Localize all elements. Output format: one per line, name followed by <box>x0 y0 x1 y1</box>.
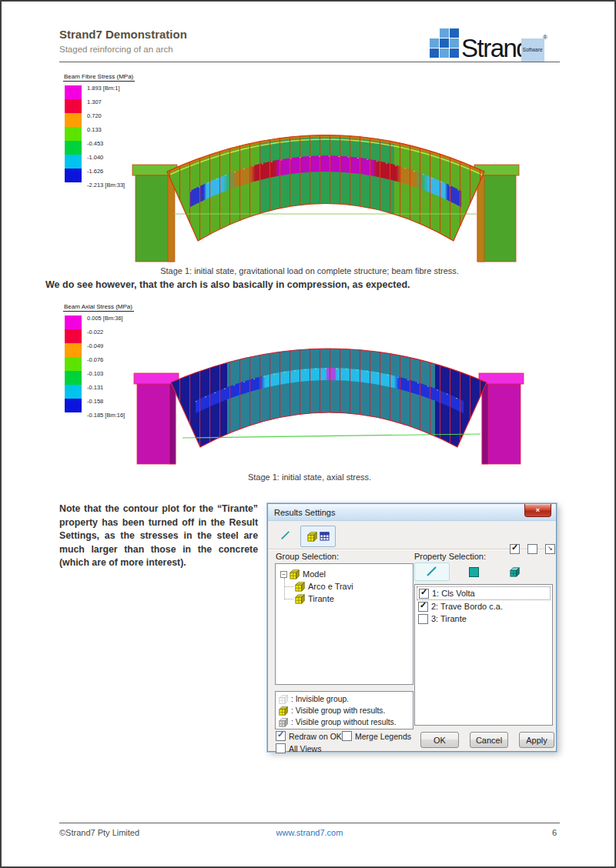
uncheck-all-button[interactable] <box>527 544 537 554</box>
tree-node-tirante[interactable]: Tirante <box>289 593 411 605</box>
page-subtitle: Staged reinforcing of an arch <box>59 45 173 54</box>
tree-node-arco-e-travi[interactable]: Arco e Travi <box>289 580 411 593</box>
color-swatch <box>65 141 82 155</box>
left-pier <box>134 373 179 464</box>
footer-link[interactable]: www.strand7.com <box>59 828 560 837</box>
property-item-trave-bordo[interactable]: ✓ 2: Trave Bordo c.a. <box>417 600 551 613</box>
property-item-cls-volta[interactable]: ✓ 1: Cls Volta <box>417 586 551 600</box>
yellow-cube-icon <box>307 531 318 542</box>
property-item-label: 2: Trave Bordo c.a. <box>431 602 503 611</box>
property-item-label: 1: Cls Volta <box>432 589 475 598</box>
gray-cube-icon <box>279 717 289 727</box>
selection-menu-button[interactable]: ↘ <box>545 544 555 554</box>
table-grid-icon <box>320 532 330 542</box>
tree-node-label: Model <box>303 569 326 579</box>
legend-value: 0.005 [Bm:36] <box>87 312 125 326</box>
close-button[interactable]: × <box>524 504 551 517</box>
property-tab-plate[interactable] <box>456 563 491 581</box>
logo-pixel-grid-icon <box>430 28 459 58</box>
group-selection-label: Group Selection: <box>276 552 339 561</box>
color-swatch <box>65 371 82 385</box>
color-swatch <box>65 357 82 371</box>
check-all-button[interactable]: ✓ <box>510 544 520 554</box>
footer-page-number: 6 <box>552 828 557 837</box>
teal-cube-icon <box>510 566 521 577</box>
legend-value: -1.040 <box>87 151 125 165</box>
option-label: All Views <box>289 744 321 753</box>
checkbox-checked[interactable]: ✓ <box>418 602 428 612</box>
checkbox-unchecked[interactable] <box>418 614 428 624</box>
cancel-button[interactable]: Cancel <box>470 732 508 748</box>
diagonal-line-icon <box>280 530 291 541</box>
color-swatch <box>65 329 82 343</box>
checkbox-checked[interactable]: ✓ <box>276 731 286 741</box>
property-tab-line[interactable] <box>414 563 450 581</box>
group-legend-box: : Invisible group. : Visible group with … <box>275 691 413 729</box>
option-label: Merge Legends <box>355 732 411 741</box>
legend-value: -0.076 <box>87 353 125 367</box>
color-swatch <box>65 99 82 113</box>
option-label: Redraw on OK <box>289 732 342 741</box>
close-icon: × <box>536 506 540 514</box>
strand7-logo: Strand7® Software <box>430 23 562 60</box>
yellow-cube-icon <box>290 569 300 579</box>
merge-legends-option[interactable]: Merge Legends <box>342 731 411 741</box>
checkbox-unchecked[interactable] <box>342 731 352 741</box>
ok-button[interactable]: OK <box>420 732 459 748</box>
property-tab-brick[interactable] <box>497 563 533 581</box>
property-item-tirante[interactable]: 3: Tirante <box>417 613 551 625</box>
color-swatch <box>65 85 82 99</box>
legend-value: 0.133 <box>87 123 125 137</box>
legend-value: 0.720 <box>87 109 125 123</box>
check-icon: ✓ <box>277 729 284 739</box>
check-icon: ✓ <box>420 587 427 597</box>
arrow-se-icon: ↘ <box>547 545 553 552</box>
teal-square-icon <box>469 567 479 577</box>
tree-node-model[interactable]: − Model <box>280 568 411 580</box>
check-icon: ✓ <box>420 600 427 610</box>
legend-value: -0.049 <box>87 339 125 353</box>
color-swatch <box>65 113 82 127</box>
apply-button[interactable]: Apply <box>519 732 554 748</box>
checkbox-checked[interactable]: ✓ <box>419 589 429 599</box>
color-swatch <box>65 385 82 399</box>
color-swatch <box>65 343 82 357</box>
legend-value: -0.453 <box>87 137 125 151</box>
legend-beam-axial-stress: Beam Axial Stress (MPa) 0.005 [Bm:36] -0… <box>63 303 134 426</box>
property-list[interactable]: ✓ 1: Cls Volta ✓ 2: Trave Bordo c.a. 3: … <box>414 584 553 726</box>
legend-row: : Invisible group. <box>276 693 413 705</box>
footer-rule <box>59 823 560 823</box>
color-swatch <box>65 169 82 182</box>
legend-value: -0.022 <box>87 326 125 339</box>
document-page: Strand7 Demonstration Staged reinforcing… <box>0 0 616 868</box>
group-selection-tree[interactable]: − Model Arco e Travi Tirante <box>275 563 413 685</box>
legend-value: -0.158 <box>87 395 125 409</box>
color-swatch <box>65 315 82 329</box>
checkbox-unchecked[interactable] <box>276 743 286 753</box>
color-swatch <box>65 127 82 141</box>
tree-node-label: Tirante <box>308 594 334 603</box>
legend-value: -2.213 [Bm:33] <box>87 179 125 192</box>
diagonal-line-icon <box>426 566 438 578</box>
dialog-titlebar[interactable]: Results Settings <box>268 504 556 521</box>
toolbar-line-results-button[interactable] <box>274 526 297 546</box>
results-settings-dialog: Results Settings × Group Selection: − Mo… <box>267 503 557 752</box>
tree-node-label: Arco e Travi <box>308 582 353 591</box>
invisible-cube-icon <box>279 694 289 704</box>
all-views-option[interactable]: All Views <box>276 743 321 753</box>
toolbar-groups-properties-button[interactable] <box>300 526 336 547</box>
yellow-cube-icon <box>295 593 306 604</box>
yellow-cube-icon <box>295 581 306 592</box>
legend-value: -1.626 <box>87 165 125 179</box>
legend-title: Beam Fibre Stress (MPa) <box>63 73 135 82</box>
redraw-on-ok-option[interactable]: ✓ Redraw on OK <box>276 731 342 741</box>
right-pier <box>479 373 524 464</box>
header-rule <box>59 62 560 62</box>
legend-title: Beam Axial Stress (MPa) <box>63 303 134 312</box>
legend-value: -0.103 <box>87 367 125 381</box>
note-paragraph: Note that the contour plot for the “Tira… <box>59 502 258 570</box>
tree-collapse-icon[interactable]: − <box>280 571 287 578</box>
arch-contour-plot-fibre-stress <box>125 98 527 264</box>
legend-value: -0.185 [Bm:16] <box>87 409 125 422</box>
legend-value: 1.893 [Bm:1] <box>87 82 125 95</box>
